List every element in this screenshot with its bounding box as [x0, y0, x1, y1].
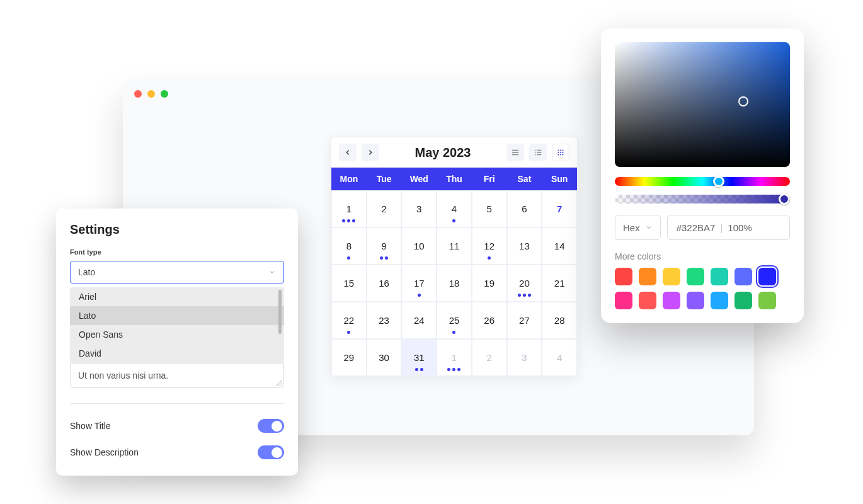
- calendar-day-cell[interactable]: 6: [507, 190, 542, 227]
- color-swatch[interactable]: [663, 292, 680, 309]
- day-number: 22: [344, 315, 355, 326]
- day-number: 1: [346, 203, 351, 214]
- font-option[interactable]: Open Sans: [70, 325, 284, 344]
- show-description-toggle[interactable]: [258, 445, 284, 459]
- settings-title: Settings: [70, 222, 284, 237]
- color-swatch[interactable]: [758, 268, 776, 285]
- calendar-day-cell[interactable]: 16: [367, 265, 402, 302]
- color-format-select[interactable]: Hex: [615, 215, 661, 240]
- svg-point-7: [560, 152, 561, 153]
- show-description-row: Show Description: [70, 445, 284, 459]
- calendar-day-cell[interactable]: 31: [401, 339, 437, 376]
- day-number: 12: [484, 241, 494, 251]
- calendar-day-cell[interactable]: 20: [507, 265, 542, 302]
- color-gradient-area[interactable]: [615, 42, 790, 167]
- hue-thumb[interactable]: [713, 176, 724, 187]
- calendar-day-cell[interactable]: 10: [401, 227, 437, 265]
- dropdown-scrollbar[interactable]: [278, 290, 282, 334]
- chevron-down-icon: [268, 268, 276, 276]
- weekday-label: Mon: [331, 168, 367, 190]
- color-format-value: Hex: [623, 222, 640, 233]
- alpha-slider[interactable]: [615, 195, 790, 203]
- calendar-day-cell[interactable]: 25: [437, 302, 472, 339]
- color-swatch[interactable]: [734, 292, 752, 309]
- window-minimize-button[interactable]: [147, 90, 155, 98]
- calendar-day-cell[interactable]: 3: [401, 190, 437, 227]
- font-type-label: Font type: [70, 248, 284, 256]
- show-title-toggle[interactable]: [258, 419, 284, 433]
- font-option[interactable]: Lato: [70, 306, 284, 325]
- color-swatch[interactable]: [639, 268, 656, 285]
- font-option[interactable]: Ariel: [70, 287, 284, 306]
- calendar-day-cell[interactable]: 17: [401, 265, 437, 302]
- color-swatch[interactable]: [615, 268, 632, 285]
- calendar-day-cell[interactable]: 9: [367, 227, 402, 265]
- window-close-button[interactable]: [134, 90, 142, 98]
- color-swatch[interactable]: [615, 292, 632, 309]
- font-option[interactable]: David: [70, 344, 284, 363]
- calendar-widget: May 2023 MonTueWedThuFriSatSun 123456789…: [331, 137, 578, 377]
- settings-panel: Settings Font type Lato ArielLatoOpen Sa…: [56, 209, 298, 476]
- color-swatch[interactable]: [639, 292, 656, 309]
- svg-point-9: [557, 154, 559, 155]
- gradient-cursor[interactable]: [738, 96, 748, 106]
- calendar-day-cell[interactable]: 24: [401, 302, 437, 339]
- calendar-prev-button[interactable]: [339, 144, 357, 161]
- alpha-thumb[interactable]: [779, 193, 790, 205]
- calendar-day-cell[interactable]: 28: [542, 302, 577, 339]
- calendar-day-cell[interactable]: 19: [472, 265, 507, 302]
- color-opacity-value: 100%: [728, 222, 752, 233]
- calendar-view-agenda-button[interactable]: [529, 144, 547, 161]
- show-description-label: Show Description: [70, 447, 139, 457]
- calendar-day-cell[interactable]: 2: [472, 339, 507, 376]
- calendar-day-cell[interactable]: 18: [437, 265, 472, 302]
- color-swatch[interactable]: [734, 268, 752, 285]
- resize-handle-icon[interactable]: [276, 380, 282, 386]
- font-type-select[interactable]: Lato: [70, 261, 284, 284]
- color-swatch[interactable]: [687, 268, 704, 285]
- hue-slider[interactable]: [615, 177, 790, 186]
- color-picker-panel: Hex #322BA7 | 100% More colors: [601, 28, 804, 323]
- calendar-view-grid-button[interactable]: [552, 144, 569, 161]
- color-swatch[interactable]: [711, 268, 728, 285]
- calendar-day-cell[interactable]: 4: [542, 339, 577, 376]
- color-swatch[interactable]: [663, 268, 680, 285]
- calendar-day-cell[interactable]: 1: [331, 190, 367, 227]
- calendar-day-cell[interactable]: 1: [437, 339, 472, 376]
- day-number: 21: [554, 278, 565, 289]
- calendar-day-cell[interactable]: 3: [507, 339, 542, 376]
- day-number: 10: [414, 241, 425, 251]
- calendar-day-cell[interactable]: 27: [507, 302, 542, 339]
- calendar-day-cell[interactable]: 26: [472, 302, 507, 339]
- calendar-day-cell[interactable]: 2: [367, 190, 402, 227]
- font-type-value: Lato: [78, 267, 95, 277]
- color-swatch[interactable]: [711, 292, 728, 309]
- day-number: 3: [416, 203, 421, 214]
- calendar-day-cell[interactable]: 4: [437, 190, 472, 227]
- color-swatch[interactable]: [758, 292, 776, 309]
- calendar-day-cell[interactable]: 14: [542, 227, 577, 265]
- calendar-day-cell[interactable]: 29: [331, 339, 367, 376]
- day-number: 11: [449, 241, 460, 251]
- calendar-day-cell[interactable]: 5: [472, 190, 507, 227]
- calendar-day-cell[interactable]: 13: [507, 227, 542, 265]
- calendar-day-cell[interactable]: 7: [542, 190, 577, 227]
- calendar-day-cell[interactable]: 21: [542, 265, 577, 302]
- day-number: 16: [379, 278, 389, 289]
- description-textarea[interactable]: Ut non varius nisi urna.: [70, 363, 284, 388]
- day-number: 2: [487, 352, 492, 363]
- calendar-day-cell[interactable]: 22: [331, 302, 367, 339]
- calendar-day-cell[interactable]: 30: [367, 339, 402, 376]
- calendar-day-cell[interactable]: 15: [331, 265, 367, 302]
- calendar-view-list-button[interactable]: [506, 144, 524, 161]
- color-swatch[interactable]: [687, 292, 704, 309]
- swatch-row-2: [615, 292, 790, 309]
- window-maximize-button[interactable]: [161, 90, 168, 98]
- calendar-day-cell[interactable]: 23: [367, 302, 402, 339]
- calendar-next-button[interactable]: [362, 144, 379, 161]
- calendar-day-cell[interactable]: 12: [472, 227, 507, 265]
- color-hex-input[interactable]: #322BA7 | 100%: [667, 215, 790, 240]
- calendar-day-cell[interactable]: 8: [331, 227, 367, 265]
- svg-point-3: [557, 149, 559, 151]
- calendar-day-cell[interactable]: 11: [437, 227, 472, 265]
